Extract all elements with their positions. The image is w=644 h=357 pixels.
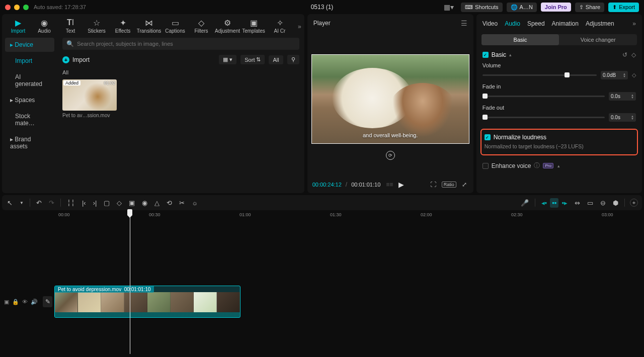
time-ruler[interactable]: 00:00 00:30 01:00 01:30 02:00 02:30 03:0… [56,210,642,221]
clip-thumbnails [55,292,240,312]
tab-effects[interactable]: ✦Effects [110,17,136,35]
zoom-out-icon[interactable]: ⊖ [599,198,607,208]
mirror-icon[interactable]: △ [153,198,160,208]
tab-transitions[interactable]: ⋈Transitions [136,17,162,35]
rotate-icon[interactable]: ⟲ [166,198,173,208]
tab-stickers[interactable]: ☆Stickers [84,17,110,35]
tab-audio[interactable]: ◉Audio [31,17,57,35]
fullscreen-icon[interactable]: ⤢ [460,180,468,189]
magnet-icon[interactable]: ▪▪ [550,198,558,208]
account-button[interactable]: 🌐 A…N [507,3,537,12]
delete-icon[interactable]: ▢ [103,198,111,208]
snap-right-icon[interactable]: ▪▸ [560,198,569,208]
subtab-basic[interactable]: Basic [481,34,559,45]
more-tabs-icon[interactable]: » [298,23,301,30]
undo-icon[interactable]: ↶ [35,198,43,208]
snap-left-icon[interactable]: ◂▪ [540,198,548,208]
enhance-icon[interactable]: ☼ [191,198,199,208]
subtab-voice-changer[interactable]: Voice changer [559,34,637,45]
track-lock-icon[interactable]: 🔒 [12,299,19,305]
autosave-label: Auto saved: 17:28:37 [34,4,86,10]
track-visibility-icon[interactable]: 👁 [22,299,28,305]
lock-icon[interactable]: ⬢ [612,198,619,208]
media-thumb[interactable]: Added 01:02 Pet to av…ssion.mov [62,79,117,118]
fadeout-value[interactable]: 0.0s▲▼ [609,113,636,122]
ripple-icon[interactable]: ▣ [128,198,136,208]
fadein-slider[interactable] [482,96,605,97]
keyframe-icon[interactable]: ◇ [631,51,636,58]
tab-adjustment-insp[interactable]: Adjustmen [586,20,614,27]
playhead[interactable] [130,210,130,354]
view-grid-button[interactable]: ▦ ▾ [219,55,236,64]
volume-keyframe-icon[interactable]: ◇ [632,72,636,78]
search-input[interactable] [77,41,295,47]
filter-icon[interactable]: ⚲ [287,55,299,64]
video-viewer[interactable]: and overall well-being. [311,54,469,144]
info-icon[interactable]: ⓘ [534,161,540,170]
track-layer-icon[interactable]: ▣ [4,299,9,305]
sidebar-item-ai-generated[interactable]: AI generated [5,70,54,91]
marker-icon[interactable]: ◇ [116,198,123,208]
tab-audio-insp[interactable]: Audio [505,20,520,27]
tab-ai[interactable]: ✧AI Cr [267,17,293,35]
player-menu-icon[interactable]: ☰ [461,19,467,27]
link-icon[interactable]: ⇔ [574,198,581,208]
volume-value[interactable]: 0.0dB▲▼ [601,71,628,79]
tab-animation[interactable]: Animation [552,20,579,27]
zoom-in-icon[interactable]: + [630,199,638,207]
track-edit-icon[interactable]: ✎ [43,296,52,307]
minimize-window-icon[interactable] [14,5,20,10]
pointer-tool-icon[interactable]: ↖ [6,198,14,208]
trim-left-icon[interactable]: |‹ [81,198,87,208]
shortcuts-button[interactable]: ⌨ Shortcuts [461,3,502,12]
pointer-dropdown-icon[interactable]: ▼ [19,200,25,206]
track-mute-icon[interactable]: 🔊 [31,299,38,305]
maximize-window-icon[interactable] [23,5,29,10]
basic-section-header[interactable]: ✓ Basic ▴ ↺◇ [476,45,642,60]
ratio-button[interactable]: Ratio [442,182,456,188]
sort-button[interactable]: Sort ⇅ [240,55,265,64]
share-button[interactable]: ⇪ Share [575,3,604,12]
enhance-voice-row: Enhance voice ⓘ Pro ▴ [476,158,642,173]
tab-import[interactable]: ▶Import [5,17,31,35]
sidebar-item-device[interactable]: ▸ Device [5,38,54,52]
mic-icon[interactable]: 🎤 [520,198,530,208]
sidebar-item-stock[interactable]: Stock mate… [5,109,54,130]
close-window-icon[interactable] [5,5,11,10]
tab-templates[interactable]: ▣Templates [240,17,267,35]
fadeout-slider[interactable] [482,117,605,118]
preview-icon[interactable]: ▭ [586,198,594,208]
play-icon[interactable]: ▶ [398,181,404,189]
filter-all-button[interactable]: All [269,55,283,64]
tab-speed[interactable]: Speed [527,20,545,27]
tab-text[interactable]: TIText [57,17,84,35]
tab-captions[interactable]: ▭Captions [162,17,188,35]
inspector-more-icon[interactable]: » [632,20,636,27]
normalize-checkbox[interactable]: ✓ [485,134,491,140]
sidebar-item-spaces[interactable]: ▸ Spaces [5,93,54,107]
sidebar-item-import[interactable]: Import [5,54,54,68]
tab-adjustment[interactable]: ⚙Adjustment [214,17,240,35]
split-icon[interactable]: ╎╎ [66,198,76,208]
sidebar-item-brand-assets[interactable]: ▸ Brand assets [5,132,54,153]
enhance-voice-checkbox[interactable] [482,163,489,169]
redo-icon[interactable]: ↷ [48,198,55,208]
tab-video[interactable]: Video [482,20,498,27]
crop-icon[interactable]: ✂ [178,198,186,208]
freeze-icon[interactable]: ◉ [141,198,148,208]
sync-icon[interactable]: ⟳ [386,151,395,160]
layout-icon[interactable]: ▦▾ [441,2,457,13]
join-pro-button[interactable]: Join Pro [541,3,571,12]
trim-right-icon[interactable]: ›| [92,198,98,208]
basic-checkbox[interactable]: ✓ [482,52,489,58]
search-box[interactable]: 🔍 [62,38,299,50]
timeline-clip[interactable]: Pet to avoid depression.mov 00:01:01:10 [54,286,240,318]
reset-icon[interactable]: ↺ [622,51,627,58]
volume-slider[interactable] [482,74,597,76]
import-button[interactable]: +Import [62,56,90,63]
fadein-value[interactable]: 0.0s▲▼ [609,92,636,101]
export-button[interactable]: ⬆ Export [608,3,639,12]
crop-frame-icon[interactable]: ⛶ [429,180,438,189]
compare-icon[interactable]: ≡≡ [384,180,394,189]
tab-filters[interactable]: ◇Filters [188,17,214,35]
